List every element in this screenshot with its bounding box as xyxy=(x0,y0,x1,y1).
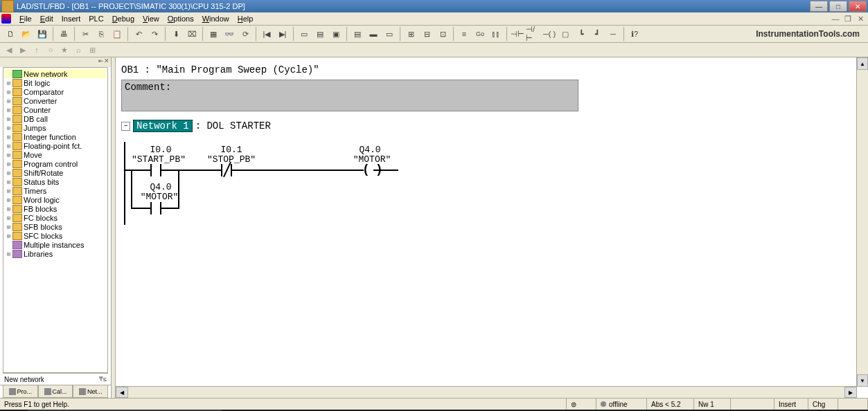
comment-box[interactable]: Comment: xyxy=(121,80,578,111)
download-button[interactable]: ⬇ xyxy=(168,26,184,42)
declaration-button[interactable]: ≡ xyxy=(457,26,472,42)
tree-item[interactable]: New network xyxy=(5,69,106,78)
tree-sort-icon[interactable]: ₸≤ xyxy=(99,376,107,383)
goto-start-button[interactable]: |◀ xyxy=(259,26,274,42)
view-fbd-button[interactable]: ▣ xyxy=(328,26,344,42)
tree-item[interactable]: ⊞Comparator xyxy=(5,87,106,96)
nav-next-button[interactable]: ▶ xyxy=(17,44,29,56)
nav-tree-button[interactable]: ⊞ xyxy=(86,44,98,56)
doc-minimize-button[interactable]: — xyxy=(831,15,840,24)
tree-item[interactable]: ⊞FB blocks xyxy=(5,204,106,213)
menu-file[interactable]: File xyxy=(15,14,36,24)
expand-icon[interactable]: ⊞ xyxy=(5,206,12,212)
horizontal-scrollbar[interactable]: ◀ ▶ xyxy=(116,386,857,398)
expand-icon[interactable]: ⊞ xyxy=(5,143,12,149)
vertical-scrollbar[interactable]: ▲ ▼ xyxy=(856,57,868,387)
menu-edit[interactable]: Edit xyxy=(36,14,57,24)
expand-icon[interactable]: ⊞ xyxy=(5,223,12,230)
tree-item[interactable]: ⊞Jumps xyxy=(5,123,106,132)
menu-window[interactable]: Window xyxy=(198,14,233,24)
expand-icon[interactable]: ⊞ xyxy=(5,89,12,95)
tree-item[interactable]: ⊞SFB blocks xyxy=(5,222,106,231)
expand-icon[interactable]: ⊞ xyxy=(5,250,12,257)
catalog-button[interactable]: ▦ xyxy=(206,26,221,42)
system-menu-icon[interactable] xyxy=(1,14,11,24)
doc-restore-button[interactable]: ❐ xyxy=(843,15,853,24)
refresh-button[interactable]: ⟳ xyxy=(238,26,253,42)
close-button[interactable]: ✕ xyxy=(849,1,867,12)
scroll-down-icon[interactable]: ▼ xyxy=(857,374,868,387)
copy-button[interactable]: ⎘ xyxy=(94,26,109,42)
new-button[interactable]: 🗋 xyxy=(3,26,18,42)
scroll-track[interactable] xyxy=(128,387,844,398)
view-stl-button[interactable]: ▤ xyxy=(312,26,328,42)
tree-item[interactable]: ⊞Libraries xyxy=(5,249,106,258)
insert-network-button[interactable]: ⊞ xyxy=(403,26,418,42)
contact-nc[interactable] xyxy=(221,164,868,179)
nav-bookmark-button[interactable]: ★ xyxy=(58,44,71,56)
network-header[interactable]: − Network 1 : DOL STARTER xyxy=(121,120,862,132)
insert-branch-button[interactable]: ⊟ xyxy=(419,26,434,42)
menu-debug[interactable]: Debug xyxy=(108,14,139,24)
tree-item[interactable]: ⊞Integer function xyxy=(5,132,106,141)
network-collapse-icon[interactable]: − xyxy=(121,122,130,131)
tree-item[interactable]: ⊞Move xyxy=(5,150,106,159)
expand-icon[interactable]: ⊞ xyxy=(5,214,12,221)
expand-icon[interactable]: ⊞ xyxy=(5,125,12,131)
expand-icon[interactable]: ⊞ xyxy=(5,152,12,158)
tree-item[interactable]: ⊞Program control xyxy=(5,159,106,168)
expand-icon[interactable]: ⊞ xyxy=(5,197,12,203)
window-cascade-button[interactable]: ▤ xyxy=(350,26,365,42)
nav-find-button[interactable]: ⌕ xyxy=(72,44,85,56)
coil[interactable]: () xyxy=(362,163,383,176)
nav-home-button[interactable]: ○ xyxy=(44,44,57,56)
window-horizontal-button[interactable]: ▬ xyxy=(366,26,381,42)
tree-item[interactable]: ⊞Shift/Rotate xyxy=(5,168,106,177)
sidebar-close-icon[interactable]: ✕ xyxy=(104,57,109,67)
minimize-button[interactable]: — xyxy=(810,1,828,12)
menu-help[interactable]: Help xyxy=(233,14,258,24)
tree-item[interactable]: Multiple instances xyxy=(5,240,106,249)
menu-options[interactable]: Options xyxy=(163,14,198,24)
contact-no[interactable] xyxy=(150,164,161,179)
help-button[interactable]: ℹ? xyxy=(627,26,642,42)
expand-icon[interactable]: ⊞ xyxy=(5,80,12,86)
tree-item[interactable]: ⊞Counter xyxy=(5,105,106,114)
tree-item[interactable]: ⊞Status bits xyxy=(5,177,106,186)
sidebar-pin-icon[interactable]: ⇤ xyxy=(98,57,104,67)
print-button[interactable]: 🖶 xyxy=(56,26,71,42)
goto-button[interactable]: Go xyxy=(472,26,488,42)
tree-item[interactable]: ⊞Converter xyxy=(5,96,106,105)
insert-vertical-button[interactable]: ⊡ xyxy=(435,26,450,42)
branch-close-button[interactable]: ┛ xyxy=(590,26,605,42)
open-button[interactable]: 📂 xyxy=(19,26,34,42)
doc-close-button[interactable]: ✕ xyxy=(856,15,865,24)
scroll-left-icon[interactable]: ◀ xyxy=(116,387,128,398)
ladder-editor[interactable]: OB1 : "Main Program Sweep (Cycle)" Comme… xyxy=(116,57,868,398)
menu-view[interactable]: View xyxy=(139,14,163,24)
tree-tab-network[interactable]: Net... xyxy=(73,385,108,398)
paste-button[interactable]: 📋 xyxy=(109,26,125,42)
cut-button[interactable]: ✂ xyxy=(78,26,93,42)
tree-tab-call[interactable]: Cal... xyxy=(38,385,73,398)
monitor-button[interactable]: ⌧ xyxy=(184,26,200,42)
maximize-button[interactable]: □ xyxy=(829,1,847,12)
expand-icon[interactable]: ⊞ xyxy=(5,98,12,104)
tree-item[interactable]: ⊞Floating-point fct. xyxy=(5,141,106,150)
tree-item[interactable]: ⊞Word logic xyxy=(5,195,106,204)
scroll-track[interactable] xyxy=(857,70,868,374)
expand-icon[interactable]: ⊞ xyxy=(5,116,12,122)
redo-button[interactable]: ↷ xyxy=(147,26,162,42)
window-detail-button[interactable]: ▭ xyxy=(382,26,397,42)
tree-item[interactable]: ⊞FC blocks xyxy=(5,213,106,222)
contact-no-button[interactable]: ⊣⊢ xyxy=(510,26,525,42)
nav-prev-button[interactable]: ◀ xyxy=(3,44,15,56)
save-button[interactable]: 💾 xyxy=(35,26,50,42)
tree-item[interactable]: ⊞SFC blocks xyxy=(5,231,106,240)
expand-icon[interactable]: ⊞ xyxy=(5,232,12,239)
undo-button[interactable]: ↶ xyxy=(131,26,146,42)
tree-item[interactable]: ⊞Bit logic xyxy=(5,78,106,87)
goto-end-button[interactable]: ▶| xyxy=(275,26,290,42)
view-lad-button[interactable]: ▭ xyxy=(296,26,312,42)
expand-icon[interactable]: ⊞ xyxy=(5,170,12,176)
